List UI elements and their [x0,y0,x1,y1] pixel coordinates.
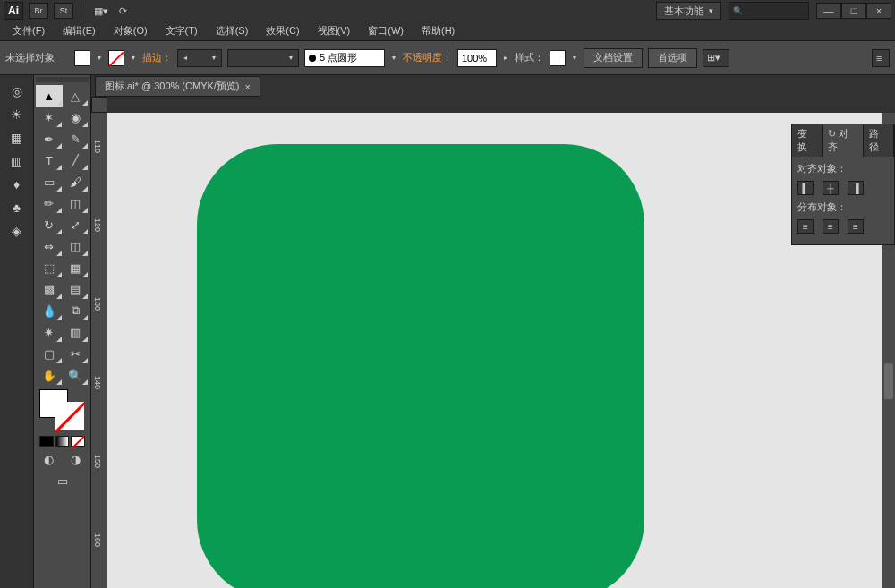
preferences-button[interactable]: 首选项 [648,48,697,68]
style-label: 样式： [515,51,544,64]
tool-width[interactable]: ⇔ [36,235,63,257]
tool-type[interactable]: T [36,149,63,171]
dock-icon-0[interactable]: ◎ [4,81,30,102]
menu-view[interactable]: 视图(V) [309,24,360,38]
dock-icon-1[interactable]: ☀ [4,104,30,125]
menu-select[interactable]: 选择(S) [207,24,258,38]
opacity-input[interactable]: 100% [457,49,497,67]
tool-eraser[interactable]: ◫ [63,192,90,214]
stroke-color-swatch[interactable] [55,402,84,430]
maximize-button[interactable]: □ [841,3,866,19]
brush-input[interactable]: 5 点圆形 [304,49,385,67]
app-logo: Ai [4,2,23,20]
minimize-button[interactable]: — [816,3,841,19]
fill-stroke-swatches[interactable] [36,389,90,430]
draw-behind-button[interactable]: ◑ [63,448,90,470]
tool-mesh[interactable]: ▩ [36,278,63,300]
tool-scale[interactable]: ⤢ [63,214,90,235]
draw-normal-button[interactable]: ◐ [36,448,63,470]
tool-lasso[interactable]: ◉ [63,107,90,128]
align-dropdown[interactable]: ⊞▾ [703,49,729,67]
tool-artboard[interactable]: ▢ [36,343,63,364]
dist-top-button[interactable]: ≡ [797,219,814,234]
menu-edit[interactable]: 编辑(E) [54,24,105,38]
menu-file[interactable]: 文件(F) [4,24,54,38]
dist-bottom-button[interactable]: ≡ [848,219,864,234]
tool-blend[interactable]: ⧉ [63,300,90,321]
tool-rectangle[interactable]: ▭ [36,171,63,192]
menu-type[interactable]: 文字(T) [157,24,207,38]
align-left-button[interactable]: ▌ [797,181,814,195]
align-hcenter-button[interactable]: ┼ [823,181,839,195]
dock-icon-5[interactable]: ♣ [4,197,30,218]
tool-eyedropper[interactable]: 💧 [36,300,63,321]
vertical-ruler[interactable]: 110120130140150160 [91,113,107,588]
close-button[interactable]: × [866,3,891,19]
fill-chevron-icon[interactable]: ▾ [98,54,101,62]
tool-column-graph[interactable]: ▥ [63,321,90,343]
tool-zoom[interactable]: 🔍 [63,364,90,386]
tool-rotate[interactable]: ↻ [36,214,63,235]
dist-vcenter-button[interactable]: ≡ [823,219,839,234]
separator [81,3,81,19]
dock-icon-3[interactable]: ▥ [4,150,30,172]
scrollbar-thumb[interactable] [884,363,893,399]
tab-pathfinder[interactable]: 路径 [864,124,894,157]
tool-selection[interactable]: ▲ [36,85,63,107]
tool-pencil[interactable]: ✏ [36,192,63,214]
tool-shape-builder[interactable]: ⬚ [36,257,63,278]
stroke-weight-dropdown[interactable]: ◂▾ [177,49,222,67]
close-tab-icon[interactable]: × [245,81,251,92]
bridge-button[interactable]: Br [29,3,48,19]
menu-object[interactable]: 对象(O) [105,24,157,38]
tool-add-anchor[interactable]: ✎ [63,128,90,149]
fill-swatch[interactable] [74,50,90,66]
menu-help[interactable]: 帮助(H) [413,24,464,38]
tool-hand[interactable]: ✋ [36,364,63,386]
stroke-swatch[interactable] [108,50,124,66]
stock-button[interactable]: St [54,3,73,19]
style-swatch[interactable] [550,50,566,66]
workspace-dropdown[interactable]: 基本功能 [656,2,721,20]
sync-icon[interactable]: ⟳ [114,3,132,19]
opacity-label: 不透明度： [403,51,452,64]
ruler-v-tick: 110 [93,140,102,153]
stroke-label: 描边： [142,51,172,64]
align-refresh-icon: ↻ [828,128,839,139]
tool-free-transform[interactable]: ◫ [63,235,90,257]
dock-icon-4[interactable]: ♦ [4,174,30,195]
screen-mode-button[interactable]: ▭ [36,470,89,491]
tab-align[interactable]: ↻ 对齐 [823,124,864,157]
tool-slice[interactable]: ✂ [63,343,90,364]
tool-line[interactable]: ╱ [63,149,90,171]
rounded-rect-shape[interactable] [197,144,644,588]
tool-paintbrush[interactable]: 🖌 [63,171,90,192]
align-right-button[interactable]: ▐ [848,181,864,195]
tool-symbol-spray[interactable]: ✷ [36,321,63,343]
arrange-docs-icon[interactable]: ▦▾ [92,3,110,19]
menu-window[interactable]: 窗口(W) [359,24,413,38]
stroke-profile-dropdown[interactable]: ▾ [227,49,299,67]
solid-color-button[interactable] [39,436,54,447]
tool-direct-selection[interactable]: △ [63,85,90,107]
tool-perspective[interactable]: ▦ [63,257,90,278]
dock-icon-2[interactable]: ▦ [4,127,30,149]
doc-setup-button[interactable]: 文档设置 [584,48,643,68]
none-color-button[interactable] [71,436,85,447]
tool-magic-wand[interactable]: ✶ [36,107,63,128]
menu-effect[interactable]: 效果(C) [257,24,308,38]
tool-pen[interactable]: ✒ [36,128,63,149]
workspace-label: 基本功能 [664,4,703,18]
document-tab[interactable]: 图标.ai* @ 300% (CMYK/预览) × [95,76,260,97]
gradient-button[interactable] [55,436,70,447]
tab-transform[interactable]: 变换 [792,124,823,157]
ruler-v-tick: 140 [93,376,102,389]
titlebar: Ai Br St ▦▾ ⟳ 基本功能 — □ × [0,0,895,21]
canvas[interactable] [107,113,895,588]
selection-status: 未选择对象 [5,51,55,64]
search-input[interactable] [729,2,809,20]
stroke-chevron-icon[interactable]: ▾ [132,54,135,62]
control-menu-icon[interactable]: ≡ [872,49,890,67]
dock-icon-6[interactable]: ◈ [4,220,30,242]
tool-gradient[interactable]: ▤ [63,278,90,300]
